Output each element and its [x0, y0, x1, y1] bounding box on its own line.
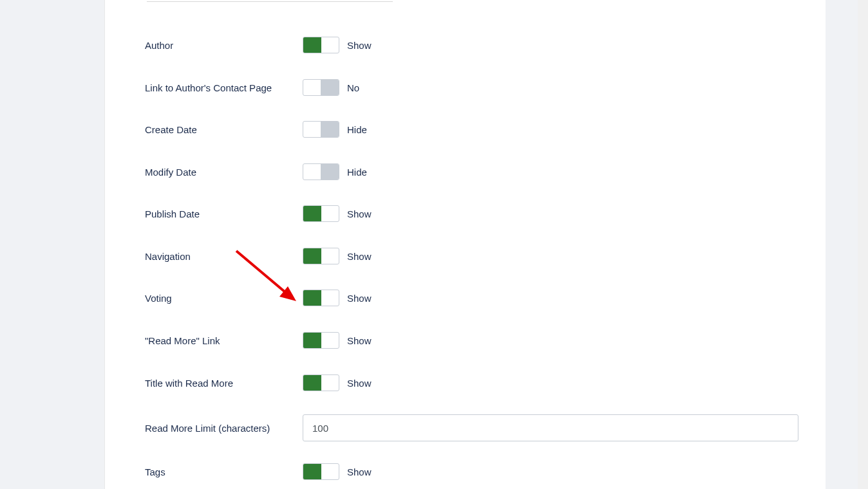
- label-title-read-more: Title with Read More: [145, 378, 303, 389]
- label-link-author-contact: Link to Author's Contact Page: [145, 82, 303, 93]
- label-read-more-link: "Read More" Link: [145, 335, 303, 346]
- row-link-author-contact: Link to Author's Contact Page No: [145, 78, 802, 97]
- label-publish-date: Publish Date: [145, 208, 303, 219]
- toggle-link-author-contact[interactable]: [303, 79, 339, 96]
- status-publish-date: Show: [347, 208, 372, 219]
- toggle-title-read-more[interactable]: [303, 374, 339, 391]
- settings-form: Author Show Link to Author's Contact Pag…: [145, 0, 802, 489]
- row-publish-date: Publish Date Show: [145, 205, 802, 223]
- status-modify-date: Hide: [347, 167, 367, 178]
- row-title-read-more: Title with Read More Show: [145, 374, 802, 392]
- toggle-author[interactable]: [303, 37, 339, 53]
- row-read-more-limit: Read More Limit (characters): [145, 414, 802, 441]
- row-read-more-link: "Read More" Link Show: [145, 331, 802, 349]
- label-voting: Voting: [145, 293, 303, 304]
- label-tags: Tags: [145, 466, 303, 477]
- scrollbar[interactable]: [858, 0, 868, 489]
- status-create-date: Hide: [347, 124, 367, 135]
- status-author: Show: [347, 40, 372, 51]
- toggle-publish-date[interactable]: [303, 205, 339, 222]
- label-create-date: Create Date: [145, 124, 303, 135]
- status-navigation: Show: [347, 251, 372, 262]
- toggle-modify-date[interactable]: [303, 163, 339, 180]
- toggle-voting[interactable]: [303, 290, 339, 306]
- row-tags: Tags Show: [145, 463, 802, 481]
- toggle-read-more-link[interactable]: [303, 332, 339, 349]
- row-create-date: Create Date Hide: [145, 120, 802, 138]
- toggle-navigation[interactable]: [303, 248, 339, 264]
- section-divider: [147, 1, 393, 2]
- input-read-more-limit[interactable]: [303, 414, 798, 441]
- row-modify-date: Modify Date Hide: [145, 163, 802, 181]
- label-navigation: Navigation: [145, 251, 303, 262]
- status-tags: Show: [347, 466, 372, 477]
- status-title-read-more: Show: [347, 378, 372, 389]
- status-voting: Show: [347, 293, 372, 304]
- toggle-create-date[interactable]: [303, 121, 339, 138]
- label-read-more-limit: Read More Limit (characters): [145, 423, 303, 434]
- label-author: Author: [145, 40, 303, 51]
- toggle-tags[interactable]: [303, 463, 339, 480]
- row-author: Author Show: [145, 36, 802, 54]
- status-link-author-contact: No: [347, 82, 359, 93]
- label-modify-date: Modify Date: [145, 167, 303, 178]
- row-navigation: Navigation Show: [145, 247, 802, 265]
- status-read-more-link: Show: [347, 335, 372, 346]
- row-voting: Voting Show: [145, 289, 802, 307]
